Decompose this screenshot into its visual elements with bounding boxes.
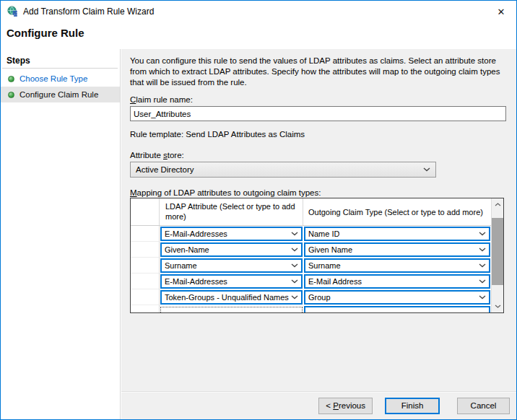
table-row: SurnameSurname: [131, 258, 491, 274]
adfs-wizard-icon: [7, 6, 19, 17]
ldap-attribute-select[interactable]: E-Mail-Addresses: [160, 274, 303, 289]
chevron-down-icon: [495, 305, 501, 308]
mapping-table: LDAP Attribute (Select or type to add mo…: [130, 198, 504, 313]
page-title: Configure Rule: [6, 27, 84, 39]
main-panel: You can configure this rule to send the …: [121, 49, 516, 391]
attribute-store-value: Active Directory: [136, 165, 194, 174]
sidebar-item-configure-claim-rule[interactable]: Configure Claim Rule: [1, 87, 120, 102]
claim-rule-name-label: Claim rule name:: [130, 95, 193, 104]
previous-button[interactable]: < Previous: [318, 398, 373, 414]
row-selector[interactable]: [131, 274, 160, 289]
sidebar-item-label: Choose Rule Type: [19, 74, 87, 83]
ldap-attribute-header: LDAP Attribute (Select or type to add mo…: [160, 198, 303, 225]
scroll-down-button[interactable]: [492, 300, 503, 312]
ldap-attribute-select[interactable]: Given-Name: [160, 242, 303, 257]
mapping-grid: LDAP Attribute (Select or type to add mo…: [131, 198, 491, 312]
mapping-rows: E-Mail-AddressesName IDGiven-NameGiven N…: [131, 226, 491, 305]
row-selector[interactable]: [131, 242, 160, 258]
outgoing-claim-select[interactable]: Surname: [304, 258, 490, 273]
table-row: Token-Groups - Unqualified NamesGroup: [131, 289, 491, 305]
chevron-down-icon: [423, 167, 430, 172]
step-completed-icon: [8, 76, 14, 82]
table-scrollbar[interactable]: [491, 198, 503, 312]
steps-heading: Steps: [6, 56, 30, 66]
chevron-down-icon: [289, 248, 298, 252]
attribute-store-select[interactable]: Active Directory: [130, 162, 436, 178]
close-button[interactable]: ✕: [492, 4, 511, 21]
mapping-label: Mapping of LDAP attributes to outgoing c…: [130, 188, 321, 197]
finish-button[interactable]: Finish: [385, 398, 440, 414]
chevron-up-icon: [495, 203, 501, 206]
window-title: Add Transform Claim Rule Wizard: [23, 6, 154, 17]
table-header-row: LDAP Attribute (Select or type to add mo…: [131, 198, 491, 226]
chevron-down-icon: [289, 279, 298, 284]
steps-sidebar: Steps Choose Rule Type Configure Claim R…: [1, 49, 121, 419]
row-selector[interactable]: [131, 289, 160, 305]
ldap-attribute-select[interactable]: Token-Groups - Unqualified Names: [160, 290, 303, 305]
chevron-down-icon: [477, 232, 486, 236]
button-bar: < Previous Finish Cancel: [121, 391, 516, 419]
sidebar-item-label: Configure Claim Rule: [19, 90, 98, 99]
outgoing-claim-select[interactable]: Given Name: [304, 242, 490, 257]
row-selector[interactable]: [131, 226, 160, 242]
scrollbar-thumb[interactable]: [492, 218, 503, 285]
chevron-down-icon: [477, 279, 486, 284]
attribute-store-label: Attribute store:: [130, 151, 184, 159]
ldap-attribute-select[interactable]: E-Mail-Addresses: [160, 227, 303, 241]
table-row-partial: [131, 305, 491, 312]
wizard-window: Add Transform Claim Rule Wizard ✕ Config…: [0, 0, 517, 420]
row-selector[interactable]: [131, 258, 160, 274]
table-row: E-Mail-AddressesName ID: [131, 226, 491, 242]
outgoing-claim-select[interactable]: Name ID: [304, 227, 490, 241]
rule-description: You can configure this rule to send the …: [130, 56, 512, 88]
outgoing-claim-select[interactable]: Group: [304, 290, 490, 305]
cancel-button[interactable]: Cancel: [457, 398, 510, 414]
chevron-down-icon: [477, 295, 486, 299]
chevron-down-icon: [289, 232, 298, 236]
chevron-down-icon: [289, 263, 298, 268]
table-row: Given-NameGiven Name: [131, 242, 491, 258]
chevron-down-icon: [477, 263, 486, 268]
row-selector-header: [131, 198, 160, 225]
new-outgoing-claim-cell[interactable]: [304, 306, 490, 312]
chevron-down-icon: [477, 248, 486, 252]
sidebar-item-choose-rule-type[interactable]: Choose Rule Type: [1, 71, 120, 87]
rule-template-text: Rule template: Send LDAP Attributes as C…: [130, 130, 305, 139]
outgoing-claim-select[interactable]: E-Mail Address: [304, 274, 490, 289]
claim-rule-name-input[interactable]: [130, 106, 506, 121]
outgoing-claim-header: Outgoing Claim Type (Select or type to a…: [303, 198, 491, 225]
ldap-attribute-select[interactable]: Surname: [160, 258, 303, 273]
scroll-up-button[interactable]: [492, 198, 503, 211]
steps-divider: [2, 68, 118, 69]
new-ldap-attribute-cell[interactable]: [160, 307, 303, 312]
chevron-down-icon: [289, 295, 298, 299]
row-selector[interactable]: [131, 305, 160, 312]
title-bar: Add Transform Claim Rule Wizard ✕: [1, 1, 516, 22]
step-completed-icon: [8, 92, 14, 98]
table-row: E-Mail-AddressesE-Mail Address: [131, 274, 491, 289]
